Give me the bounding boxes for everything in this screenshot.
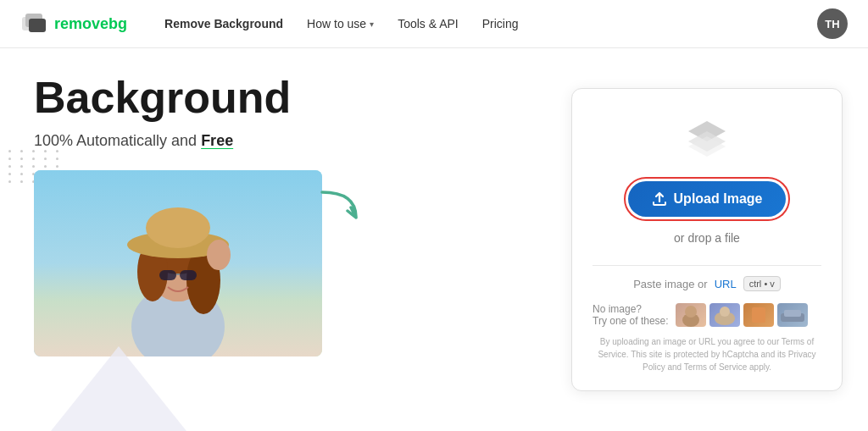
svg-rect-24	[784, 310, 801, 317]
subtitle: 100% Automatically and Free	[34, 132, 512, 150]
sample-images-row: No image? Try one of these:	[593, 303, 821, 327]
logo[interactable]: removebg	[20, 10, 127, 37]
keyboard-shortcut: ctrl • v	[743, 276, 781, 291]
upload-section: Upload Image or drop a file Paste image …	[546, 48, 868, 431]
upload-card: Upload Image or drop a file Paste image …	[571, 88, 843, 391]
upload-button-highlight: Upload Image	[624, 177, 791, 221]
upload-image-button[interactable]: Upload Image	[628, 181, 787, 217]
svg-rect-22	[752, 307, 765, 323]
svg-rect-2	[29, 19, 46, 32]
svg-point-21	[720, 307, 730, 317]
drop-text: or drop a file	[674, 231, 740, 245]
person-image	[93, 179, 263, 356]
nav-right: TH	[817, 8, 848, 39]
nav-how-to-use[interactable]: How to use ▾	[297, 10, 384, 37]
terms-text: By uploading an image or URL you agree t…	[593, 335, 821, 373]
upload-icon	[652, 191, 667, 207]
sample-image-4[interactable]	[777, 303, 808, 327]
hero-section: Background 100% Automatically and Free	[0, 48, 546, 431]
nav-tools-api[interactable]: Tools & API	[387, 10, 469, 37]
decorative-triangle	[51, 346, 186, 431]
layers-icon	[682, 114, 732, 160]
paste-row: Paste image or URL ctrl • v	[633, 276, 781, 291]
paste-url-link[interactable]: URL	[715, 278, 737, 290]
svg-point-19	[685, 306, 697, 318]
svg-rect-11	[159, 270, 176, 280]
arrow	[314, 184, 373, 238]
no-image-label: No image? Try one of these:	[593, 303, 669, 327]
sample-image-2[interactable]	[709, 303, 740, 327]
hero-photo	[34, 170, 322, 356]
svg-point-14	[207, 240, 231, 270]
nav-remove-background[interactable]: Remove Background	[154, 10, 293, 37]
sample-images	[676, 303, 808, 327]
logo-icon	[20, 10, 47, 37]
main-content: Background 100% Automatically and Free	[0, 48, 868, 431]
logo-text: removebg	[54, 15, 127, 33]
avatar[interactable]: TH	[817, 8, 848, 39]
chevron-down-icon: ▾	[370, 19, 374, 29]
nav-links: Remove Background How to use ▾ Tools & A…	[154, 10, 817, 37]
svg-point-10	[146, 207, 210, 248]
svg-rect-12	[180, 270, 197, 280]
navbar: removebg Remove Background How to use ▾ …	[0, 0, 868, 48]
nav-pricing[interactable]: Pricing	[472, 10, 529, 37]
sample-image-1[interactable]	[676, 303, 706, 327]
divider	[593, 265, 821, 266]
sample-image-3[interactable]	[743, 303, 774, 327]
page-title: Background	[34, 74, 512, 122]
